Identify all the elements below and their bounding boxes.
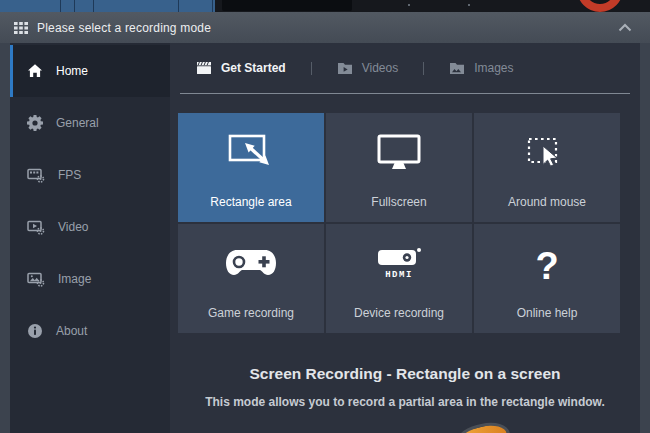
mode-tile-label: Device recording — [326, 306, 472, 320]
mode-description-body: This mode allows you to record a partial… — [170, 395, 640, 409]
clapperboard-icon — [196, 61, 212, 75]
decoration-orange-cursor — [452, 418, 515, 433]
sidebar-item-fps[interactable]: FPS — [10, 149, 170, 201]
mode-tile-game-recording[interactable]: Game recording — [178, 224, 324, 333]
sidebar-item-label: Home — [56, 64, 88, 78]
record-button[interactable] — [577, 0, 623, 12]
sidebar-item-general[interactable]: General — [10, 97, 170, 149]
toolbar-strip — [0, 0, 650, 12]
mode-tile-around-mouse[interactable]: Around mouse — [474, 113, 620, 222]
tab-separator — [423, 62, 424, 75]
mode-tile-rectangle-area[interactable]: Rectangle area — [178, 113, 324, 222]
hdmi-badge: HDMI — [385, 270, 413, 280]
mode-tile-label: Game recording — [178, 306, 324, 320]
video-settings-icon — [27, 219, 45, 235]
recording-mode-grid: Rectangle area Fullscreen Around mouse — [178, 113, 620, 333]
tab-images[interactable]: Images — [449, 61, 513, 75]
fps-icon — [27, 167, 45, 183]
tab-label: Videos — [362, 61, 398, 75]
mode-tile-online-help[interactable]: ? Online help — [474, 224, 620, 333]
toolbar-strip-blue — [0, 0, 215, 12]
sidebar-item-about[interactable]: About — [10, 305, 170, 357]
monitor-icon — [375, 132, 423, 172]
sidebar-item-image[interactable]: Image — [10, 253, 170, 305]
sidebar-item-label: Image — [58, 272, 91, 286]
rectangle-arrow-icon — [226, 132, 276, 172]
mode-tile-fullscreen[interactable]: Fullscreen — [326, 113, 472, 222]
mode-tile-label: Rectangle area — [178, 195, 324, 209]
tab-bar: Get Started Videos Images — [170, 43, 640, 93]
tab-videos[interactable]: Videos — [337, 61, 398, 75]
sidebar-item-label: About — [56, 324, 87, 338]
image-settings-icon — [27, 271, 45, 287]
tab-separator — [311, 62, 312, 75]
toolbar-icon-dot — [408, 4, 410, 6]
home-icon — [27, 63, 43, 79]
sidebar-item-label: FPS — [58, 168, 81, 182]
toolbar-icon-dot — [468, 4, 470, 6]
dotted-rect-cursor-icon — [525, 133, 569, 171]
question-mark-icon: ? — [535, 247, 558, 285]
mode-header: Please select a recording mode — [0, 12, 650, 43]
sidebar-item-home[interactable]: Home — [10, 45, 170, 97]
sidebar-item-label: General — [56, 116, 99, 130]
gamepad-icon — [224, 245, 278, 281]
tab-underline — [180, 93, 630, 94]
mode-tile-label: Online help — [474, 306, 620, 320]
sidebar: Home General FPS Video Image — [10, 43, 170, 433]
main-content: Get Started Videos Images — [170, 43, 640, 433]
mode-tile-device-recording[interactable]: HDMI Device recording — [326, 224, 472, 333]
mode-tile-label: Fullscreen — [326, 195, 472, 209]
mode-header-title: Please select a recording mode — [37, 21, 211, 35]
capture-device-icon — [376, 246, 422, 268]
grid-icon — [14, 22, 28, 34]
sidebar-item-label: Video — [58, 220, 88, 234]
tab-label: Get Started — [221, 61, 286, 75]
mode-tile-label: Around mouse — [474, 195, 620, 209]
mode-description-title: Screen Recording - Rectangle on a screen — [170, 365, 640, 383]
gear-icon — [27, 115, 43, 131]
timer-display — [222, 0, 352, 11]
folder-image-icon — [449, 62, 465, 75]
chevron-up-icon[interactable] — [614, 19, 636, 36]
sidebar-item-video[interactable]: Video — [10, 201, 170, 253]
tab-get-started[interactable]: Get Started — [196, 61, 286, 75]
tab-label: Images — [474, 61, 513, 75]
info-icon — [27, 323, 43, 339]
folder-video-icon — [337, 62, 353, 75]
